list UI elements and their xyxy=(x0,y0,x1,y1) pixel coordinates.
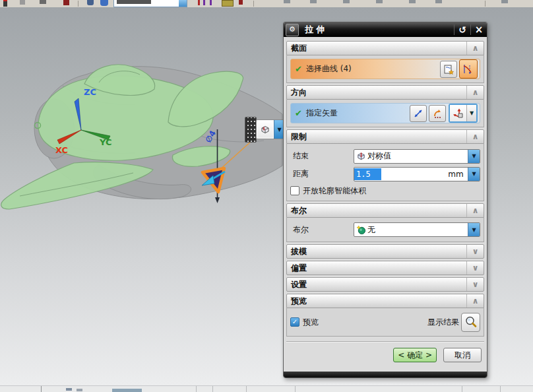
vector-constructor-group: ▼ xyxy=(449,104,478,123)
toolbar-icon-fragment xyxy=(310,0,317,3)
toolbar-icon-fragment xyxy=(435,0,442,3)
toolbar-drag-handle[interactable] xyxy=(245,117,257,143)
section-header-section[interactable]: 截面 ∧ xyxy=(286,41,484,55)
toolbar-icon-fragment xyxy=(210,0,212,5)
toolbar-icon-fragment xyxy=(20,0,25,5)
section-header-settings[interactable]: 设置 ∨ xyxy=(286,277,484,292)
vector-constructor-dropdown[interactable]: ▼ xyxy=(466,105,476,121)
axis-arrowhead xyxy=(215,197,220,203)
bottom-toolbar[interactable] xyxy=(0,385,533,392)
cancel-button[interactable]: 取消 xyxy=(443,348,482,362)
select-curve-row[interactable]: ✔ 选择曲线 (4) xyxy=(290,59,480,79)
toolbar-icon-fragment xyxy=(3,0,7,7)
vector-dialog-button[interactable] xyxy=(429,105,446,122)
specify-vector-label: 指定矢量 xyxy=(306,108,408,119)
ok-button[interactable]: < 确定 > xyxy=(393,348,437,362)
select-curve-label: 选择曲线 (4) xyxy=(306,63,438,75)
sketch-section-button[interactable] xyxy=(440,61,457,78)
chevron-down-icon: ▼ xyxy=(277,127,281,133)
end-label: 结束 xyxy=(290,150,354,162)
curve-rule-button[interactable] xyxy=(459,59,478,79)
specify-vector-row[interactable]: ✔ 指定矢量 xyxy=(290,103,480,123)
chevron-down-icon: ▼ xyxy=(472,171,476,177)
direction-header-label: 方向 xyxy=(287,87,466,98)
offset-header-label: 偏置 xyxy=(287,263,466,274)
chevron-up-icon: ∧ xyxy=(466,86,484,99)
chevron-down-icon: ∨ xyxy=(466,278,484,291)
toolbar-icon-fragment xyxy=(222,0,234,7)
distance-field[interactable]: 1.5 mm ▼ xyxy=(354,167,480,181)
toolbar-icon-fragment xyxy=(376,0,383,3)
preview-checkbox[interactable]: ✓ xyxy=(290,317,299,327)
yc-axis-label: YC xyxy=(99,137,112,147)
selection-scope-combobox[interactable] xyxy=(113,0,187,7)
cube-icon xyxy=(260,124,270,135)
chevron-up-icon: ∧ xyxy=(466,130,484,143)
boolean-none-icon xyxy=(356,225,366,235)
zc-axis-label: ZC xyxy=(84,87,96,97)
boolean-value: 无 xyxy=(367,224,468,236)
close-icon: × xyxy=(475,24,484,36)
preview-checkbox-label: 预览 xyxy=(303,317,319,328)
symmetric-value-icon xyxy=(356,151,366,161)
toolbar-icon-fragment xyxy=(198,0,200,5)
extrude-dialog: ⚙ 拉伸 ↺ × 截面 ∧ ✔ 选择曲线 (4) xyxy=(283,22,487,378)
toolbar-icon-fragment xyxy=(343,0,350,3)
reset-icon: ↺ xyxy=(458,24,466,35)
section-header-direction[interactable]: 方向 ∧ xyxy=(286,85,484,100)
combobox-dropdown-cap xyxy=(179,0,187,7)
statusbar-icon-fragment xyxy=(66,388,72,391)
checkmark-icon: ✔ xyxy=(295,108,302,118)
snap-point-button[interactable] xyxy=(257,121,273,138)
application-window: ZC XC YC ∅4 xyxy=(0,0,533,392)
settings-header-label: 设置 xyxy=(287,279,466,290)
dialog-resize-bar[interactable] xyxy=(284,372,487,377)
toolbar-icon-fragment xyxy=(87,0,94,5)
vector-constructor-button[interactable] xyxy=(450,105,466,121)
end-value: 对称值 xyxy=(367,150,468,162)
boolean-combobox[interactable]: 无 ▼ xyxy=(354,222,480,237)
open-profile-label: 开放轮廓智能体积 xyxy=(303,185,366,197)
dialog-titlebar[interactable]: ⚙ 拉伸 ↺ × xyxy=(284,22,487,37)
draft-header-label: 拔模 xyxy=(287,246,466,257)
vector-constructor-icon xyxy=(453,108,464,119)
chevron-down-icon: ▼ xyxy=(472,153,476,159)
preview-header-label: 预览 xyxy=(287,296,466,307)
distance-input[interactable]: 1.5 xyxy=(354,168,444,181)
end-combobox[interactable]: 对称值 ▼ xyxy=(354,149,480,164)
reset-button[interactable]: ↺ xyxy=(455,24,470,36)
boolean-label: 布尔 xyxy=(290,224,354,236)
boolean-dropdown-button[interactable]: ▼ xyxy=(468,223,480,236)
distance-unit: mm xyxy=(444,170,468,179)
toolbar-icon-fragment xyxy=(501,0,508,3)
section-header-draft[interactable]: 拔模 ∨ xyxy=(286,244,484,259)
section-header-preview[interactable]: 预览 ∧ xyxy=(286,294,484,308)
show-result-button[interactable] xyxy=(461,313,480,332)
chevron-down-icon: ∨ xyxy=(466,261,484,275)
end-dropdown-button[interactable]: ▼ xyxy=(468,150,480,163)
section-header-label: 截面 xyxy=(287,43,466,54)
boolean-header-label: 布尔 xyxy=(287,205,466,216)
chevron-down-icon: ∨ xyxy=(466,245,484,258)
reverse-direction-button[interactable] xyxy=(410,105,427,122)
open-profile-checkbox[interactable] xyxy=(290,186,299,195)
dialog-title: 拉伸 xyxy=(305,24,327,36)
toolbar-icon-fragment xyxy=(409,0,416,3)
toolbar-icon-fragment xyxy=(40,0,46,4)
distance-label: 距离 xyxy=(290,168,354,180)
curve-rule-icon xyxy=(462,63,474,75)
statusbar-icon-fragment xyxy=(77,389,82,391)
distance-value: 1.5 xyxy=(354,168,381,180)
chevron-down-icon: ▼ xyxy=(472,227,476,233)
distance-options-button[interactable]: ▼ xyxy=(468,168,480,181)
section-header-limits[interactable]: 限制 ∧ xyxy=(286,129,484,144)
magnifier-icon xyxy=(464,315,478,329)
section-header-boolean[interactable]: 布尔 ∧ xyxy=(286,203,484,218)
toolbar-icon-fragment xyxy=(100,0,108,6)
statusbar-icon-fragment xyxy=(112,389,142,392)
combobox-text-fragment xyxy=(117,0,151,4)
section-header-offset[interactable]: 偏置 ∨ xyxy=(286,261,484,275)
close-button[interactable]: × xyxy=(471,24,487,36)
sketch-section-icon xyxy=(443,64,454,75)
dialog-options-button[interactable]: ⚙ xyxy=(286,24,299,36)
